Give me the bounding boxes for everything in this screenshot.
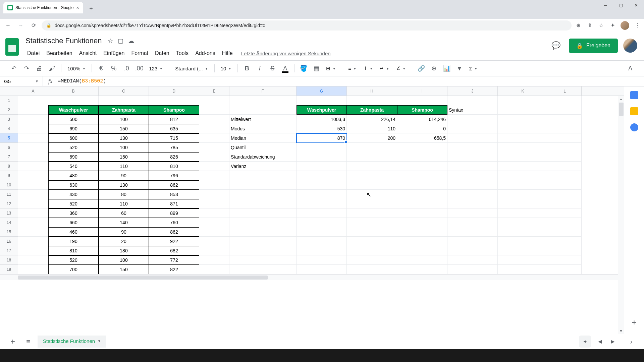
name-box[interactable]: G5▼ bbox=[0, 76, 43, 86]
cell-L15[interactable] bbox=[548, 227, 582, 237]
forward-button[interactable]: → bbox=[16, 21, 25, 30]
cell-H18[interactable] bbox=[347, 255, 397, 265]
cell-I5[interactable]: 658,5 bbox=[397, 133, 447, 143]
column-header-F[interactable]: F bbox=[229, 86, 297, 96]
cell-K15[interactable] bbox=[498, 227, 548, 237]
share-page-icon[interactable]: ⇪ bbox=[586, 22, 593, 29]
cell-L7[interactable] bbox=[548, 152, 582, 162]
cell-K5[interactable] bbox=[498, 133, 548, 143]
menu-addons[interactable]: Add-ons bbox=[192, 49, 218, 57]
cell-G17[interactable] bbox=[297, 246, 347, 255]
cell-A13[interactable] bbox=[18, 208, 48, 218]
cell-L6[interactable] bbox=[548, 143, 582, 152]
cell-I13[interactable] bbox=[397, 208, 447, 218]
cell-K9[interactable] bbox=[498, 171, 548, 180]
cell-K12[interactable] bbox=[498, 199, 548, 208]
cell-G9[interactable] bbox=[297, 171, 347, 180]
cell-I15[interactable] bbox=[397, 227, 447, 237]
cell-B18[interactable]: 520 bbox=[48, 255, 99, 265]
row-header-17[interactable]: 17 bbox=[0, 246, 18, 255]
menu-bearbeiten[interactable]: Bearbeiten bbox=[43, 49, 75, 57]
document-title[interactable]: Statistische Funktionen bbox=[24, 36, 103, 46]
star-icon[interactable]: ☆ bbox=[108, 37, 113, 45]
cell-A2[interactable] bbox=[18, 105, 48, 115]
row-header-7[interactable]: 7 bbox=[0, 152, 18, 162]
cell-E19[interactable] bbox=[199, 265, 229, 274]
cell-L13[interactable] bbox=[548, 208, 582, 218]
cell-E13[interactable] bbox=[199, 208, 229, 218]
cell-E16[interactable] bbox=[199, 237, 229, 246]
row-header-13[interactable]: 13 bbox=[0, 208, 18, 218]
maximize-button[interactable]: ▢ bbox=[613, 0, 629, 11]
cell-H5[interactable]: 200 bbox=[347, 133, 397, 143]
cell-D12[interactable]: 871 bbox=[149, 199, 199, 208]
new-tab-button[interactable]: + bbox=[87, 4, 96, 13]
cell-L8[interactable] bbox=[548, 162, 582, 171]
cell-C1[interactable] bbox=[99, 96, 149, 105]
cell-J7[interactable] bbox=[447, 152, 498, 162]
menu-format[interactable]: Format bbox=[128, 49, 151, 57]
cell-A15[interactable] bbox=[18, 227, 48, 237]
cell-H14[interactable] bbox=[347, 218, 397, 227]
column-header-L[interactable]: L bbox=[548, 86, 582, 96]
fill-color-button[interactable]: 🪣 bbox=[298, 63, 309, 74]
cell-B15[interactable]: 460 bbox=[48, 227, 99, 237]
sheet-nav-left-icon[interactable]: ◄ bbox=[594, 336, 606, 347]
add-addon-icon[interactable]: + bbox=[632, 318, 636, 327]
cell-J12[interactable] bbox=[447, 199, 498, 208]
cell-E7[interactable] bbox=[199, 152, 229, 162]
cell-L11[interactable] bbox=[548, 190, 582, 199]
link-button[interactable]: 🔗 bbox=[416, 63, 427, 74]
cell-I4[interactable]: 0 bbox=[397, 124, 447, 133]
column-header-K[interactable]: K bbox=[498, 86, 548, 96]
cell-B10[interactable]: 630 bbox=[48, 180, 99, 190]
cell-D18[interactable]: 772 bbox=[149, 255, 199, 265]
cell-K17[interactable] bbox=[498, 246, 548, 255]
column-header-E[interactable]: E bbox=[199, 86, 229, 96]
cell-J1[interactable] bbox=[447, 96, 498, 105]
cell-E15[interactable] bbox=[199, 227, 229, 237]
cell-J18[interactable] bbox=[447, 255, 498, 265]
select-all-corner[interactable] bbox=[0, 86, 18, 96]
cell-G4[interactable]: 530 bbox=[297, 124, 347, 133]
cell-B17[interactable]: 810 bbox=[48, 246, 99, 255]
profile-avatar[interactable] bbox=[621, 21, 629, 30]
cell-C6[interactable]: 100 bbox=[99, 143, 149, 152]
zoom-icon[interactable]: ⊕ bbox=[575, 22, 582, 29]
row-header-5[interactable]: 5 bbox=[0, 133, 18, 143]
collapse-toolbar-button[interactable]: ᐱ bbox=[625, 63, 636, 74]
cell-I18[interactable] bbox=[397, 255, 447, 265]
cell-L5[interactable] bbox=[548, 133, 582, 143]
cell-E10[interactable] bbox=[199, 180, 229, 190]
cell-F9[interactable] bbox=[229, 171, 297, 180]
cell-F6[interactable]: Quantil bbox=[229, 143, 297, 152]
column-header-B[interactable]: B bbox=[48, 86, 99, 96]
cell-D13[interactable]: 899 bbox=[149, 208, 199, 218]
cell-G2[interactable]: Waschpulver bbox=[297, 105, 347, 115]
cell-K8[interactable] bbox=[498, 162, 548, 171]
cell-F15[interactable] bbox=[229, 227, 297, 237]
cell-B8[interactable]: 540 bbox=[48, 162, 99, 171]
cell-C2[interactable]: Zahnpasta bbox=[99, 105, 149, 115]
sheet-tab-active[interactable]: Statistische Funktionen▼ bbox=[38, 336, 106, 348]
cell-D10[interactable]: 862 bbox=[149, 180, 199, 190]
cell-L10[interactable] bbox=[548, 180, 582, 190]
cell-I6[interactable] bbox=[397, 143, 447, 152]
keep-icon[interactable] bbox=[630, 107, 638, 115]
cell-A6[interactable] bbox=[18, 143, 48, 152]
cell-C11[interactable]: 80 bbox=[99, 190, 149, 199]
column-header-D[interactable]: D bbox=[149, 86, 199, 96]
cell-E11[interactable] bbox=[199, 190, 229, 199]
cell-F3[interactable]: Mittelwert bbox=[229, 115, 297, 124]
move-icon[interactable]: ▢ bbox=[118, 37, 123, 45]
cell-B6[interactable]: 520 bbox=[48, 143, 99, 152]
cell-C19[interactable]: 150 bbox=[99, 265, 149, 274]
column-header-J[interactable]: J bbox=[447, 86, 498, 96]
currency-button[interactable]: € bbox=[95, 63, 107, 74]
row-header-10[interactable]: 10 bbox=[0, 180, 18, 190]
cell-D8[interactable]: 810 bbox=[149, 162, 199, 171]
cell-H7[interactable] bbox=[347, 152, 397, 162]
menu-datei[interactable]: Datei bbox=[24, 49, 43, 57]
cell-K13[interactable] bbox=[498, 208, 548, 218]
cell-I14[interactable] bbox=[397, 218, 447, 227]
